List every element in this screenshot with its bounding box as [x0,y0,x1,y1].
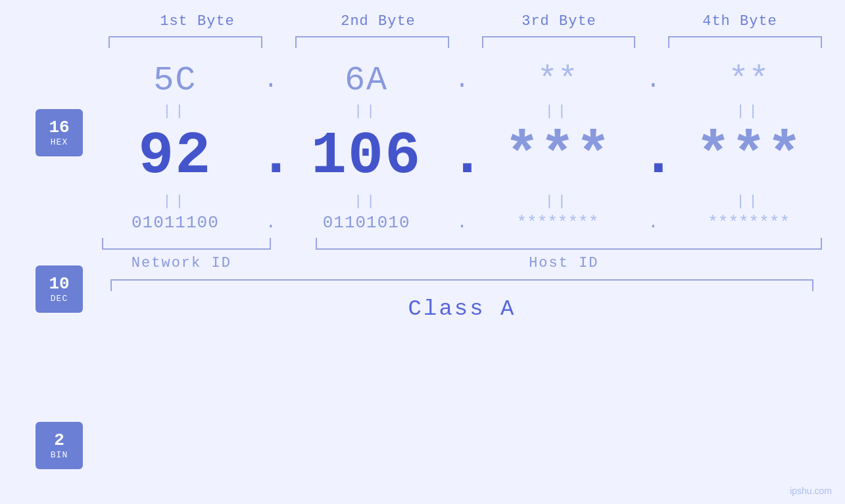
dec-data-row: 92 . 106 . *** . *** [92,123,832,190]
equals-cell-1: || [92,103,258,120]
hex-data-row: 5C . 6A . ** . ** [92,61,832,100]
hex-value-1: 5C [153,61,197,100]
badges-column: 16 HEX 10 DEC 2 BIN [0,55,92,504]
badge-hex-label: HEX [51,137,68,147]
equals-cell-2-4: || [665,193,832,210]
hex-cell-3: ** [475,61,641,100]
equals-cell-2-1: || [92,193,258,210]
dec-value-2: 106 [311,123,422,190]
bin-value-2: 01101010 [323,213,410,233]
dec-cell-3: *** [475,123,641,190]
badge-hex-number: 16 [49,118,69,137]
class-bracket [110,279,813,291]
bottom-bracket-network [102,238,271,250]
bracket-cell-2 [279,36,466,48]
badge-bin: 2 BIN [36,422,83,469]
dec-sep-3: . [640,123,665,190]
bin-cell-1: 01011100 [92,213,258,233]
id-sep-spacer [271,255,296,271]
bin-sep-2: . [450,213,475,233]
bin-value-1: 01011100 [132,213,219,233]
bin-value-3: ******** [516,213,598,233]
bin-cell-2: 01101010 [283,213,450,233]
host-id-label: Host ID [296,255,832,271]
dec-value-3: *** [504,123,611,190]
dec-value-1: 92 [138,123,212,190]
equals-cell-2-2: || [283,193,450,210]
equals-cell-4: || [665,103,832,120]
equals-row-2: || || || || [92,193,832,210]
equals-row-1: || || || || [92,103,832,120]
hex-value-4: ** [728,61,769,100]
data-columns: 5C . 6A . ** . ** [92,55,845,504]
badge-dec-label: DEC [51,294,68,304]
dec-value-4: *** [696,123,802,190]
class-area: Class A [92,279,832,321]
hex-sep-1: . [258,67,283,94]
equals-cell-2: || [283,103,450,120]
hex-cell-1: 5C [92,61,258,100]
top-brackets-row [92,36,838,48]
watermark: ipshu.com [790,486,832,496]
equals-cell-2-3: || [475,193,641,210]
top-bracket-4 [668,36,822,48]
bottom-brackets-container [92,238,832,250]
equals-cell-3: || [475,103,641,120]
network-id-label: Network ID [92,255,271,271]
top-bracket-3 [482,36,636,48]
badge-bin-number: 2 [54,431,64,450]
bracket-cell-4 [652,36,838,48]
bracket-cell-3 [466,36,652,48]
header-byte2: 2nd Byte [288,13,469,30]
id-labels-row: Network ID Host ID [92,255,832,271]
dec-cell-1: 92 [92,123,258,190]
bin-cell-3: ******** [475,213,641,233]
dec-cell-4: *** [665,123,832,190]
dec-sep-2: . [450,123,475,190]
hex-sep-3: . [640,67,665,94]
dec-sep-1: . [258,123,283,190]
header-byte3: 3rd Byte [469,13,650,30]
bottom-bracket-host [316,238,822,250]
bin-sep-3: . [640,213,665,233]
hex-sep-2: . [450,67,475,94]
bottom-bracket-host-wrapper [306,238,832,250]
header-byte1: 1st Byte [107,13,288,30]
bracket-cell-1 [92,36,279,48]
bottom-bracket-network-wrapper [92,238,281,250]
top-bracket-1 [109,36,262,48]
bin-sep-1: . [258,213,283,233]
hex-value-3: ** [537,61,578,100]
page-container: 1st Byte 2nd Byte 3rd Byte 4th Byte 16 H… [0,0,845,504]
bin-value-4: ******** [708,213,790,233]
class-label: Class A [408,296,516,321]
bin-cell-4: ******** [665,213,832,233]
hex-value-2: 6A [345,61,388,100]
byte-headers: 1st Byte 2nd Byte 3rd Byte 4th Byte [107,13,831,30]
badge-hex: 16 HEX [36,109,83,156]
dec-cell-2: 106 [283,123,450,190]
badge-dec: 10 DEC [36,265,83,313]
hex-cell-4: ** [665,61,832,100]
main-content: 16 HEX 10 DEC 2 BIN 5C . [0,55,845,504]
badge-bin-label: BIN [51,450,68,460]
bin-data-row: 01011100 . 01101010 . ******** . [92,213,832,233]
header-byte4: 4th Byte [650,13,831,30]
hex-cell-2: 6A [283,61,450,100]
top-bracket-2 [295,36,449,48]
badge-dec-number: 10 [49,275,69,294]
